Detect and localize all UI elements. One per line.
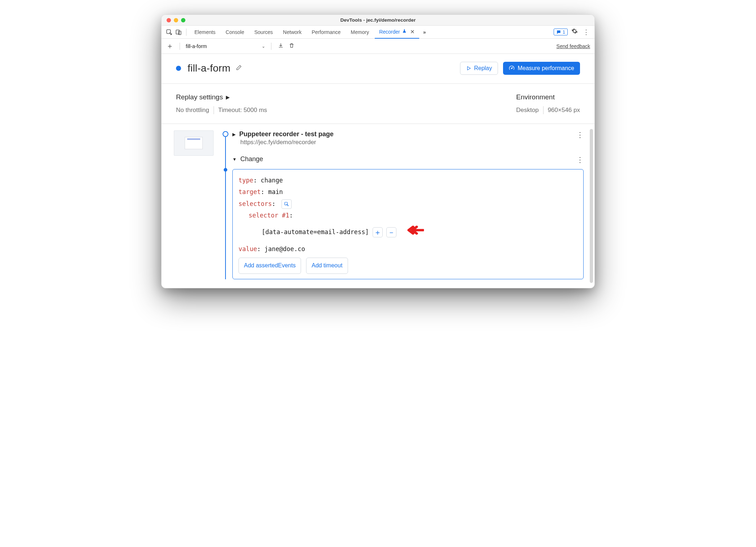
recording-dot-icon bbox=[176, 66, 181, 71]
step-change: ▼ Change ⋮ type: change target: main sel… bbox=[232, 155, 584, 279]
recording-header: fill-a-form Replay Measure performance bbox=[162, 54, 594, 84]
collapse-icon[interactable]: ▼ bbox=[232, 157, 237, 162]
new-recording-icon[interactable]: ＋ bbox=[166, 41, 174, 51]
field-selectors-key: selectors bbox=[239, 200, 272, 207]
tab-performance[interactable]: Performance bbox=[307, 26, 345, 38]
close-tab-icon[interactable]: ✕ bbox=[410, 29, 415, 35]
delete-icon[interactable] bbox=[288, 43, 295, 50]
field-value-key: value bbox=[239, 245, 257, 253]
field-type-value[interactable]: change bbox=[261, 177, 283, 184]
expand-icon[interactable]: ▶ bbox=[232, 132, 236, 137]
chevron-down-icon: ⌄ bbox=[262, 44, 265, 49]
recorder-toolbar: ＋ fill-a-form ⌄ Send feedback bbox=[162, 39, 594, 54]
environment-settings: Environment Desktop 960×546 px bbox=[516, 93, 580, 114]
steps-timeline: ▶ Puppeteer recorder - test page https:/… bbox=[221, 130, 590, 279]
separator bbox=[543, 106, 544, 114]
annotation-arrow-icon bbox=[407, 221, 424, 243]
separator bbox=[180, 43, 180, 50]
svg-rect-1 bbox=[176, 30, 179, 34]
messages-count: 1 bbox=[563, 29, 565, 35]
step-options-icon[interactable]: ⋮ bbox=[576, 155, 584, 164]
measure-label: Measure performance bbox=[517, 65, 574, 72]
gauge-icon bbox=[509, 65, 515, 71]
timeline-node-start bbox=[223, 131, 228, 137]
step-detail-box: type: change target: main selectors: sel… bbox=[232, 169, 584, 279]
field-selector1-key: selector #1 bbox=[249, 212, 289, 219]
recording-title: fill-a-form bbox=[188, 63, 231, 74]
tab-recorder-label: Recorder bbox=[379, 29, 400, 35]
tab-network[interactable]: Network bbox=[279, 26, 306, 38]
replay-button[interactable]: Replay bbox=[460, 62, 498, 75]
tab-console[interactable]: Console bbox=[221, 26, 248, 38]
inspect-icon[interactable] bbox=[165, 28, 173, 36]
step-start-url: https://jec.fyi/demo/recorder bbox=[240, 139, 576, 146]
scrollbar[interactable] bbox=[590, 129, 593, 283]
separator bbox=[186, 29, 186, 36]
tab-memory[interactable]: Memory bbox=[347, 26, 374, 38]
field-target-value[interactable]: main bbox=[268, 188, 283, 195]
device-toggle-icon[interactable] bbox=[175, 28, 182, 36]
tab-sources[interactable]: Sources bbox=[250, 26, 277, 38]
recording-name: fill-a-form bbox=[186, 43, 207, 49]
separator bbox=[214, 106, 214, 114]
settings-row: Replay settings ▶ No throttling Timeout:… bbox=[162, 84, 594, 124]
chevron-right-icon: ▶ bbox=[226, 94, 230, 100]
devtools-window: DevTools - jec.fyi/demo/recorder Element… bbox=[161, 14, 595, 288]
timeout-value: Timeout: 5000 ms bbox=[218, 107, 267, 114]
separator bbox=[271, 43, 271, 50]
flask-icon bbox=[402, 29, 407, 35]
titlebar: DevTools - jec.fyi/demo/recorder bbox=[162, 15, 594, 26]
field-target-key: target bbox=[239, 188, 261, 195]
replay-settings-heading: Replay settings bbox=[176, 93, 223, 101]
field-type-key: type bbox=[239, 177, 253, 184]
environment-dims: 960×546 px bbox=[548, 107, 580, 114]
step-start[interactable]: ▶ Puppeteer recorder - test page https:/… bbox=[232, 130, 584, 146]
timeline-node-change bbox=[224, 168, 227, 172]
tab-elements[interactable]: Elements bbox=[190, 26, 220, 38]
selector-picker-button[interactable] bbox=[282, 199, 292, 209]
timeline-line bbox=[225, 134, 226, 279]
add-asserted-events-button[interactable]: Add assertedEvents bbox=[239, 258, 301, 274]
step-options-icon[interactable]: ⋮ bbox=[576, 130, 584, 139]
environment-device: Desktop bbox=[516, 107, 538, 114]
add-selector-button[interactable]: ＋ bbox=[373, 227, 383, 237]
replay-settings[interactable]: Replay settings ▶ No throttling Timeout:… bbox=[176, 93, 267, 114]
replay-label: Replay bbox=[474, 65, 492, 72]
more-options-icon[interactable]: ⋮ bbox=[581, 28, 591, 36]
measure-performance-button[interactable]: Measure performance bbox=[503, 62, 580, 75]
step-start-title: Puppeteer recorder - test page bbox=[239, 130, 334, 138]
field-value-value[interactable]: jane@doe.co bbox=[265, 245, 305, 253]
step-change-label: Change bbox=[240, 155, 263, 163]
steps-content: ▶ Puppeteer recorder - test page https:/… bbox=[162, 124, 594, 288]
edit-title-icon[interactable] bbox=[236, 64, 242, 73]
field-selector1-value[interactable]: [data-automate=email-address] bbox=[262, 226, 369, 238]
environment-heading: Environment bbox=[516, 93, 580, 101]
throttling-value: No throttling bbox=[176, 107, 209, 114]
more-tabs-icon[interactable]: » bbox=[421, 28, 429, 36]
play-icon bbox=[466, 66, 471, 71]
tab-recorder[interactable]: Recorder ✕ bbox=[375, 26, 419, 39]
send-feedback-link[interactable]: Send feedback bbox=[557, 43, 590, 49]
message-icon bbox=[556, 30, 561, 35]
window-title: DevTools - jec.fyi/demo/recorder bbox=[162, 17, 594, 23]
settings-icon[interactable] bbox=[569, 28, 580, 36]
devtools-tabs: Elements Console Sources Network Perform… bbox=[162, 26, 594, 39]
add-timeout-button[interactable]: Add timeout bbox=[306, 258, 348, 274]
recording-select[interactable]: fill-a-form ⌄ bbox=[186, 43, 265, 49]
download-icon[interactable] bbox=[277, 43, 284, 50]
remove-selector-button[interactable]: － bbox=[386, 227, 396, 237]
console-messages-badge[interactable]: 1 bbox=[554, 29, 568, 35]
page-thumbnail[interactable] bbox=[174, 130, 214, 156]
